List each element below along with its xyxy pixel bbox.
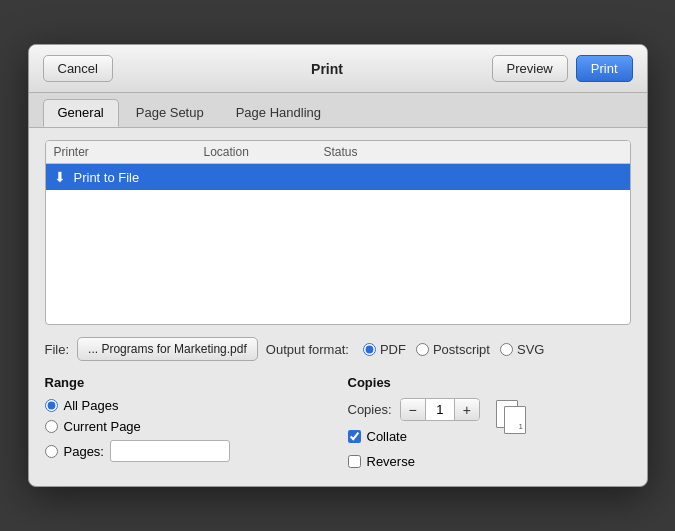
range-all-pages-label: All Pages [64, 398, 119, 413]
output-format-label: Output format: [266, 342, 349, 357]
title-bar-left: Cancel [43, 55, 163, 82]
copies-label: Copies: [348, 402, 392, 417]
dialog-content: Printer Location Status ⬇ Print to File … [29, 128, 647, 486]
output-pdf-label: PDF [380, 342, 406, 357]
print-button[interactable]: Print [576, 55, 633, 82]
copies-plus-button[interactable]: + [455, 400, 479, 420]
col-header-status: Status [324, 145, 622, 159]
printer-download-icon: ⬇ [54, 169, 66, 185]
output-postscript-option[interactable]: Postscript [416, 342, 490, 357]
output-svg-radio[interactable] [500, 343, 513, 356]
output-format-row: Output format: PDF Postscript SVG [266, 342, 545, 357]
col-header-printer: Printer [54, 145, 204, 159]
collate-icon: 2 1 [496, 400, 528, 436]
output-pdf-option[interactable]: PDF [363, 342, 406, 357]
printer-list[interactable]: ⬇ Print to File [46, 164, 630, 324]
range-pages-input[interactable] [110, 440, 230, 462]
range-all-pages-option[interactable]: All Pages [45, 398, 328, 413]
range-options: All Pages Current Page Pages: [45, 398, 328, 462]
dialog-title: Print [163, 61, 492, 77]
range-current-page-radio[interactable] [45, 420, 58, 433]
copies-minus-button[interactable]: − [401, 400, 425, 420]
output-postscript-radio[interactable] [416, 343, 429, 356]
tab-page-handling[interactable]: Page Handling [221, 99, 336, 127]
file-chooser-button[interactable]: ... Programs for Marketing.pdf [77, 337, 258, 361]
copies-right: Copies: − 1 + Collate [348, 398, 631, 474]
file-output-row: File: ... Programs for Marketing.pdf Out… [45, 337, 631, 361]
tab-page-setup[interactable]: Page Setup [121, 99, 219, 127]
cancel-button[interactable]: Cancel [43, 55, 113, 82]
copies-controls: Copies: − 1 + Collate [348, 398, 480, 474]
col-header-location: Location [204, 145, 324, 159]
range-current-page-label: Current Page [64, 419, 141, 434]
tab-general[interactable]: General [43, 99, 119, 127]
collate-page-num-front: 1 [519, 422, 523, 431]
output-postscript-label: Postscript [433, 342, 490, 357]
copies-row: Copies: − 1 + [348, 398, 480, 421]
title-bar: Cancel Print Preview Print [29, 45, 647, 93]
output-svg-label: SVG [517, 342, 544, 357]
range-all-pages-radio[interactable] [45, 399, 58, 412]
output-pdf-radio[interactable] [363, 343, 376, 356]
reverse-checkbox[interactable] [348, 455, 361, 468]
range-title: Range [45, 375, 328, 390]
copies-value: 1 [425, 399, 455, 420]
reverse-label: Reverse [367, 454, 415, 469]
title-bar-right: Preview Print [492, 55, 633, 82]
copies-counter: − 1 + [400, 398, 480, 421]
tabs-bar: General Page Setup Page Handling [29, 93, 647, 128]
copies-checkboxes: Collate Reverse [348, 429, 480, 474]
copies-section: Copies Copies: − 1 + [348, 375, 631, 474]
output-svg-option[interactable]: SVG [500, 342, 544, 357]
collate-checkbox[interactable] [348, 430, 361, 443]
output-format-group: PDF Postscript SVG [363, 342, 545, 357]
range-pages-radio[interactable] [45, 445, 58, 458]
range-pages-option[interactable]: Pages: [45, 440, 328, 462]
range-pages-label: Pages: [64, 444, 104, 459]
file-label: File: [45, 342, 70, 357]
range-current-page-option[interactable]: Current Page [45, 419, 328, 434]
printer-table: Printer Location Status ⬇ Print to File [45, 140, 631, 325]
printer-row[interactable]: ⬇ Print to File [46, 164, 630, 190]
collate-page-front: 1 [504, 406, 526, 434]
copies-title: Copies [348, 375, 631, 390]
print-dialog: Cancel Print Preview Print General Page … [28, 44, 648, 487]
range-section: Range All Pages Current Page Pages: [45, 375, 328, 474]
reverse-option[interactable]: Reverse [348, 454, 480, 469]
collate-label: Collate [367, 429, 407, 444]
preview-button[interactable]: Preview [492, 55, 568, 82]
printer-table-header: Printer Location Status [46, 141, 630, 164]
bottom-section: Range All Pages Current Page Pages: [45, 375, 631, 474]
collate-option[interactable]: Collate [348, 429, 480, 444]
printer-name: Print to File [74, 170, 140, 185]
